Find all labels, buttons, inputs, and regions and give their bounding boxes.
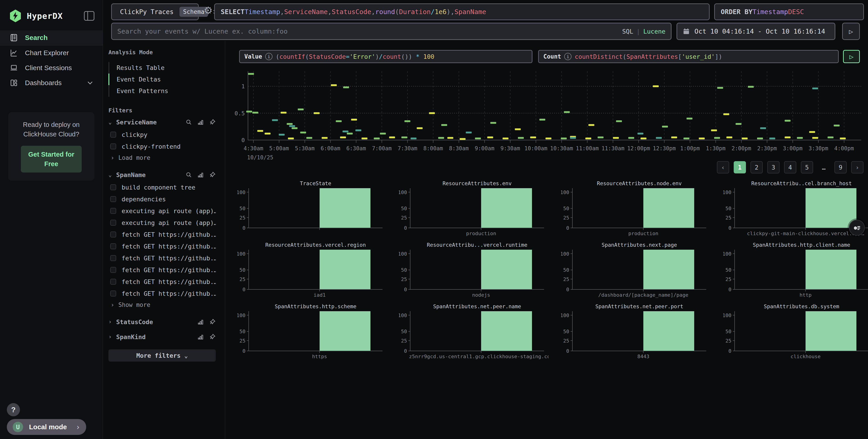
filter-group-statuscode[interactable]: › StatusCode bbox=[108, 315, 216, 328]
checkbox[interactable] bbox=[110, 208, 116, 214]
sidebar-item-client-sessions[interactable]: Client Sessions bbox=[0, 60, 102, 76]
span-option-7[interactable]: fetch GET https://github.… bbox=[108, 264, 216, 276]
sidebar-item-dashboards[interactable]: Dashboards bbox=[0, 76, 102, 90]
filters-title: Filters bbox=[108, 107, 216, 114]
mini-chart-SpanAttributes.next.page[interactable]: SpanAttributes.next.page02550100/dashboa… bbox=[559, 242, 721, 303]
pin-icon[interactable] bbox=[209, 319, 216, 325]
source-selector[interactable]: ClickPy Traces Schema bbox=[111, 3, 199, 20]
select-query-input[interactable]: SELECT Timestamp, ServiceName, StatusCod… bbox=[214, 3, 710, 20]
y-axis-tick-label: 0 bbox=[243, 287, 245, 292]
sidebar-item-search[interactable]: Search bbox=[0, 30, 102, 46]
checkbox[interactable] bbox=[110, 184, 116, 190]
span-option-1[interactable]: dependencies bbox=[108, 193, 216, 205]
sidebar-item-label: Dashboards bbox=[25, 79, 62, 87]
checkbox[interactable] bbox=[110, 243, 116, 249]
search-input[interactable] bbox=[117, 27, 622, 35]
mini-chart-SpanAttributes.net.peer.port[interactable]: SpanAttributes.net.peer.port025501008443 bbox=[559, 303, 721, 360]
mini-chart-SpanAttributes.http.client.name[interactable]: SpanAttributes.http.client.name02550100h… bbox=[721, 242, 868, 303]
series-green-point bbox=[287, 123, 293, 125]
code-token: SELECT bbox=[221, 8, 245, 16]
code-token: / bbox=[379, 53, 383, 60]
count-expression-input[interactable]: Count i countDistinct(SpanAttributes['us… bbox=[538, 50, 839, 63]
mini-chart-TraceState[interactable]: TraceState02550100 bbox=[236, 180, 397, 242]
mini-chart-ResourceAttribu..cel.branch_host[interactable]: ResourceAttribu..cel.branch_host02550100… bbox=[721, 180, 868, 242]
pin-icon[interactable] bbox=[209, 171, 216, 178]
checkbox[interactable] bbox=[110, 232, 116, 237]
checkbox[interactable] bbox=[110, 291, 116, 296]
page-button-9[interactable]: 9 bbox=[834, 161, 847, 173]
mini-chart-SpanAttributes.http.scheme[interactable]: SpanAttributes.http.scheme02550100https bbox=[236, 303, 397, 360]
sidebar-collapse-icon[interactable] bbox=[84, 11, 94, 21]
span-option-8[interactable]: fetch GET https://github.… bbox=[108, 276, 216, 288]
mini-chart-SpanAttributes.db.system[interactable]: SpanAttributes.db.system02550100clickhou… bbox=[721, 303, 868, 360]
checkbox[interactable] bbox=[110, 267, 116, 273]
mode-event-patterns[interactable]: Event Patterns bbox=[108, 85, 216, 97]
code-token bbox=[420, 53, 423, 60]
filter-group-spanname[interactable]: ⌄ SpanName bbox=[108, 168, 216, 181]
code-token: StatusCode bbox=[309, 53, 346, 60]
next-page-button[interactable]: › bbox=[851, 161, 864, 173]
checkbox[interactable] bbox=[110, 220, 116, 226]
series-green-point bbox=[564, 111, 570, 113]
mini-chart-ResourceAttributes.node.env[interactable]: ResourceAttributes.node.env02550100produ… bbox=[559, 180, 721, 242]
bar-chart-icon[interactable] bbox=[197, 171, 204, 178]
filter-group-spankind[interactable]: › SpanKind bbox=[108, 330, 216, 344]
gear-icon[interactable]: ⚙ bbox=[204, 5, 214, 16]
prev-page-button[interactable]: ‹ bbox=[717, 161, 729, 173]
mini-chart-ResourceAttribu...vercel.runtime[interactable]: ResourceAttribu...vercel.runtime02550100… bbox=[397, 242, 559, 303]
user-menu[interactable]: U Local mode › bbox=[7, 419, 86, 435]
code-token: = bbox=[346, 53, 349, 60]
checkbox[interactable] bbox=[110, 143, 116, 149]
span-option-3[interactable]: executing api route (app)… bbox=[108, 217, 216, 229]
page-button-1[interactable]: 1 bbox=[734, 161, 746, 173]
checkbox[interactable] bbox=[110, 131, 116, 138]
mini-chart-ResourceAttributes.env[interactable]: ResourceAttributes.env02550100production bbox=[397, 180, 559, 242]
service-option-0[interactable]: clickpy bbox=[108, 129, 216, 141]
sidebar-item-chart-explorer[interactable]: Chart Explorer bbox=[0, 46, 102, 60]
lucene-mode-button[interactable]: Lucene bbox=[643, 28, 665, 35]
show-more-button[interactable]: › Show more bbox=[108, 299, 216, 310]
bar-chart-icon[interactable] bbox=[197, 333, 204, 340]
span-option-4[interactable]: fetch GET https://github.… bbox=[108, 229, 216, 240]
page-button-4[interactable]: 4 bbox=[784, 161, 796, 173]
span-option-5[interactable]: fetch GET https://github.… bbox=[108, 240, 216, 252]
mini-chart-SpanAttributes.net.peer.name[interactable]: SpanAttributes.net.peer.name02550100z5nr… bbox=[397, 303, 559, 360]
sql-mode-button[interactable]: SQL bbox=[622, 28, 633, 35]
live-tail-button[interactable]: ▷ bbox=[842, 23, 860, 40]
page-button-5[interactable]: 5 bbox=[801, 161, 813, 173]
span-option-0[interactable]: build component tree bbox=[108, 181, 216, 193]
series-green-point bbox=[291, 127, 298, 129]
more-filters-button[interactable]: More filters ⌄ bbox=[108, 349, 216, 361]
page-button-2[interactable]: 2 bbox=[750, 161, 763, 173]
mini-chart-ResourceAttributes.vercel.region[interactable]: ResourceAttributes.vercel.region02550100… bbox=[236, 242, 397, 303]
pin-icon[interactable] bbox=[209, 333, 216, 340]
chart-settings-floating-button[interactable] bbox=[849, 220, 865, 236]
page-button-3[interactable]: 3 bbox=[767, 161, 779, 173]
mode-results-table[interactable]: Results Table bbox=[108, 62, 216, 74]
bar-chart-icon[interactable] bbox=[197, 319, 204, 325]
pin-icon[interactable] bbox=[209, 119, 216, 125]
search-icon[interactable] bbox=[185, 171, 192, 178]
span-option-6[interactable]: fetch GET https://github.… bbox=[108, 252, 216, 264]
span-option-9[interactable]: fetch GET https://github.… bbox=[108, 288, 216, 299]
get-started-button[interactable]: Get Started for Free bbox=[21, 146, 82, 173]
order-by-input[interactable]: ORDER BY Timestamp DESC bbox=[714, 3, 864, 20]
filter-group-servicename[interactable]: ⌄ ServiceName bbox=[108, 116, 216, 129]
help-button[interactable]: ? bbox=[7, 403, 20, 416]
event-deltas-chart[interactable]: 4:30am5:00am5:30am6:00am6:30am7:00am7:30… bbox=[235, 70, 865, 161]
value-expression-input[interactable]: Value i (countIf(StatusCode='Error')/cou… bbox=[239, 50, 532, 63]
span-option-2[interactable]: executing api route (app)… bbox=[108, 205, 216, 217]
load-more-button[interactable]: › Load more bbox=[108, 152, 216, 163]
service-option-1[interactable]: clickpy-frontend bbox=[108, 141, 216, 152]
run-query-button[interactable]: ▷ bbox=[843, 50, 860, 63]
checkbox[interactable] bbox=[110, 279, 116, 285]
checkbox[interactable] bbox=[110, 196, 116, 202]
checkbox[interactable] bbox=[110, 255, 116, 261]
search-icon[interactable] bbox=[185, 119, 192, 125]
series-green-point bbox=[797, 137, 803, 139]
bar-chart-icon[interactable] bbox=[197, 119, 204, 125]
category-label: clickhouse bbox=[790, 354, 820, 359]
date-range-picker[interactable]: Oct 10 04:16:14 - Oct 10 16:16:14 bbox=[677, 23, 835, 40]
mode-event-deltas[interactable]: Event Deltas bbox=[108, 74, 216, 85]
series-green-point bbox=[834, 125, 840, 126]
